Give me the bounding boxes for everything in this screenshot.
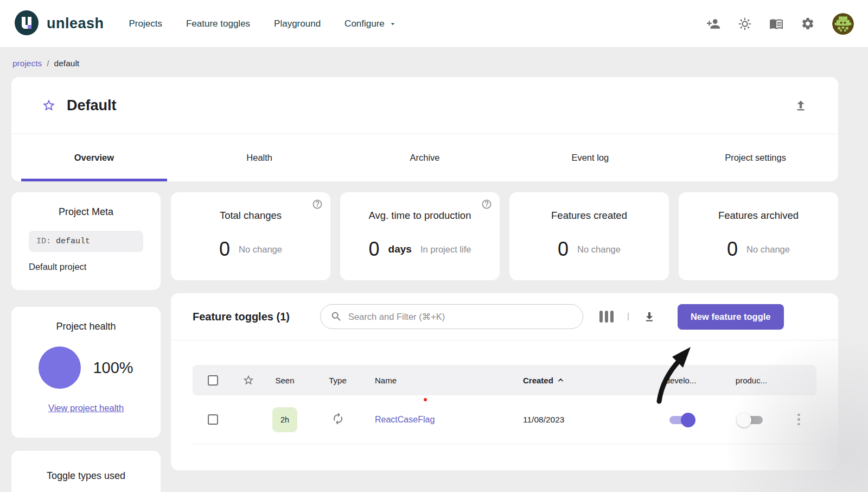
nav-projects[interactable]: Projects	[129, 18, 162, 29]
stat-note: No change	[746, 244, 790, 255]
nav-playground[interactable]: Playground	[274, 18, 321, 29]
table-header-row: Seen Type Name Created develo... produc.…	[193, 365, 816, 395]
active-tab-indicator	[21, 179, 167, 181]
project-id-chip: ID: default	[29, 231, 143, 252]
row-checkbox[interactable]	[208, 414, 218, 425]
stat-title: Features archived	[679, 210, 838, 222]
tab-archive[interactable]: Archive	[342, 134, 508, 181]
brand-name: unleash	[47, 15, 104, 32]
feature-toggles-panel: Feature toggles (1) New feature toggle	[171, 293, 838, 470]
unleash-brand[interactable]: unleash	[14, 10, 104, 37]
help-icon[interactable]	[312, 199, 323, 210]
created-date: 11/08/2023	[523, 415, 564, 425]
red-dot-annotation	[424, 398, 427, 401]
stat-card-features-archived: Features archived 0 No change	[679, 192, 838, 280]
chevron-down-icon	[388, 20, 397, 28]
tab-project-settings[interactable]: Project settings	[673, 134, 838, 181]
tab-event-log[interactable]: Event log	[507, 134, 673, 181]
feature-toggles-table: Seen Type Name Created develo... produc.…	[171, 365, 838, 444]
search-input[interactable]	[348, 312, 573, 322]
toggle-types-card: Toggle types used	[11, 451, 161, 492]
table-row: 2h ReactCaseFlag 11/08/2023	[193, 395, 816, 444]
project-tabs: Overview Health Archive Event log Projec…	[11, 134, 838, 181]
divider	[171, 340, 838, 340]
breadcrumb-separator: /	[47, 59, 49, 68]
sort-ascending-icon	[557, 376, 565, 384]
stat-card-avg-time: Avg. time to production 0 days In projec…	[340, 192, 500, 280]
stat-card-total-changes: Total changes 0 No change	[171, 192, 330, 280]
stat-title: Features created	[509, 210, 669, 222]
view-project-health-link[interactable]: View project health	[48, 403, 124, 413]
select-all-checkbox[interactable]	[208, 375, 218, 386]
help-icon[interactable]	[481, 199, 492, 210]
download-icon[interactable]	[643, 310, 656, 323]
breadcrumb-projects-link[interactable]: projects	[12, 59, 42, 68]
nav-configure[interactable]: Configure	[344, 18, 397, 29]
favorite-column-star-icon[interactable]	[233, 374, 263, 386]
production-toggle-switch[interactable]	[735, 409, 768, 430]
feature-toggles-title: Feature toggles (1)	[193, 311, 290, 323]
search-icon	[330, 311, 342, 323]
column-header-seen[interactable]: Seen	[263, 376, 307, 385]
unleash-logo-icon	[14, 10, 39, 37]
stat-note: In project life	[420, 244, 471, 255]
project-header-card: Default Overview Health Archive Event lo…	[11, 77, 838, 181]
docs-book-icon[interactable]	[769, 17, 783, 31]
main-nav: Projects Feature toggles Playground Conf…	[129, 18, 397, 29]
invite-user-icon[interactable]	[706, 17, 720, 31]
page-title: Default	[67, 97, 117, 114]
last-seen-badge: 2h	[272, 407, 297, 432]
breadcrumb: projects / default	[0, 48, 868, 77]
top-navbar: unleash Projects Feature toggles Playgro…	[0, 0, 868, 48]
project-health-card: Project health 100% View project health	[11, 307, 161, 438]
column-header-production[interactable]: produc...	[722, 376, 781, 385]
tab-health[interactable]: Health	[177, 134, 342, 181]
user-avatar[interactable]	[832, 13, 854, 35]
column-header-name[interactable]: Name	[369, 376, 510, 385]
stats-row: Total changes 0 No change Avg. time to p…	[171, 192, 838, 280]
column-header-created[interactable]: Created	[510, 376, 640, 385]
stat-title: Avg. time to production	[340, 210, 500, 222]
toggle-type-operational-icon	[331, 418, 344, 427]
breadcrumb-current: default	[54, 59, 80, 68]
project-meta-title: Project Meta	[22, 206, 150, 218]
project-description: Default project	[29, 262, 143, 272]
new-feature-toggle-button[interactable]: New feature toggle	[678, 304, 784, 330]
project-health-title: Project health	[22, 321, 150, 332]
column-header-type[interactable]: Type	[307, 376, 369, 385]
tab-overview[interactable]: Overview	[11, 134, 177, 181]
feature-name-link[interactable]: ReactCaseFlag	[375, 415, 435, 424]
column-settings-icon[interactable]	[599, 311, 614, 323]
row-actions-menu-icon[interactable]	[797, 414, 800, 426]
stat-note: No change	[239, 244, 282, 255]
stat-title: Total changes	[171, 210, 330, 222]
stat-value: 0	[369, 238, 380, 261]
toolbar-divider	[628, 313, 629, 320]
project-meta-card: Project Meta ID: default Default project	[11, 192, 161, 290]
theme-brightness-icon[interactable]	[738, 17, 752, 31]
development-toggle-switch[interactable]	[664, 409, 698, 430]
favorite-star-icon[interactable]	[42, 98, 56, 112]
project-id-value: default	[56, 237, 90, 246]
column-header-development[interactable]: develo...	[640, 376, 722, 385]
settings-gear-icon[interactable]	[801, 17, 815, 31]
toggle-types-title: Toggle types used	[22, 470, 150, 482]
export-upload-icon[interactable]	[794, 98, 808, 112]
stat-card-features-created: Features created 0 No change	[509, 192, 669, 280]
nav-feature-toggles[interactable]: Feature toggles	[186, 18, 250, 29]
health-percent: 100%	[93, 359, 133, 377]
search-box[interactable]	[320, 304, 583, 329]
stat-note: No change	[577, 244, 621, 255]
navbar-actions	[706, 13, 854, 35]
stat-value: 0	[727, 238, 738, 261]
stat-value: 0	[219, 238, 230, 261]
stat-value: 0	[558, 238, 569, 261]
health-donut-chart	[39, 346, 81, 389]
